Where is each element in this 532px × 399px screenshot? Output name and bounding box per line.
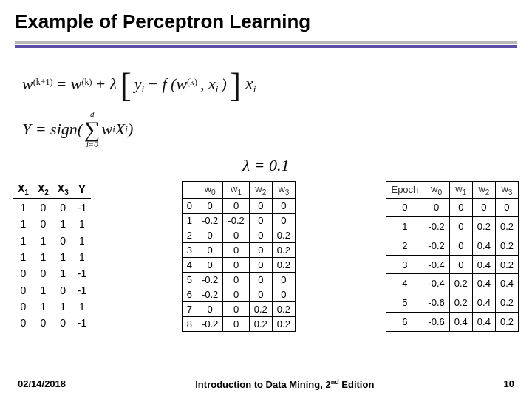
cell: 0 [13,282,33,299]
table-row: 5-0.60.20.40.2 [386,293,519,313]
cell: 0 [249,242,272,257]
cell: 0 [197,198,222,213]
cell: 0 [13,315,33,331]
formula1-yi-sub: i [141,83,144,95]
table-row: 6-0.2000 [182,287,295,301]
cell: 2 [386,236,423,256]
cell: 0 [13,299,33,315]
cell: 0 [197,301,222,316]
cell: 0 [223,257,249,272]
cell: 0 [449,236,472,256]
cell: 0 [449,198,472,217]
cell: 1 [73,299,91,315]
table-row: 0111 [13,299,91,315]
cell: 0.2 [272,228,295,242]
sigma-block: d ∑ i=0 [84,110,100,149]
table-row: 00000 [386,198,519,217]
cell: 1 [73,249,91,265]
cell: 6 [182,287,197,301]
cell: 0.2 [472,217,495,236]
col-header: w3 [495,182,518,199]
formula1-mid: − f (w [147,75,187,93]
sigma-bottom: i=0 [86,140,98,149]
cell: 1 [386,217,423,236]
formula1-tail-sub: i [253,83,256,95]
formula1-close: ) [221,75,226,93]
table-row: 00000 [182,198,295,213]
output-formula: Y = sign( d ∑ i=0 wi Xi ) [22,110,532,149]
cell: 0 [272,287,295,301]
cell: 0 [223,272,249,287]
divider-light [15,41,517,44]
cell: 1 [182,213,197,228]
cell: -0.4 [423,255,449,274]
col-header [182,182,197,199]
col-header: X2 [33,181,53,199]
formula1-sup1: (k+1) [33,77,53,87]
sigma-symbol: ∑ [84,118,100,140]
table-row: 20000.2 [182,228,295,242]
formula1-xi: , x [200,75,216,93]
cell: 0.2 [495,255,518,274]
cell: 0 [182,198,197,213]
cell: 8 [182,316,197,331]
cell: 2 [182,228,197,242]
tables-row: X1X2X3Y 100-1101111011111001-1010-101110… [0,181,532,332]
cell: 0 [223,242,249,257]
cell: 0.4 [495,274,518,293]
cell: 0 [53,315,73,331]
cell: 1 [73,216,91,232]
cell: -1 [73,199,91,216]
cell: 0 [53,282,73,299]
cell: 0 [249,213,272,228]
divider-dark [15,45,517,48]
slide-title: Example of Perceptron Learning [0,0,532,39]
formula1-w2: w [71,75,82,93]
cell: 1 [33,282,53,299]
cell: 0 [495,198,518,217]
formula1-eq: = [55,75,70,93]
table-row: 4-0.40.20.40.4 [386,274,519,293]
footer-center: Introduction to Data Mining, 2nd Edition [195,378,374,390]
formula1-mid-sup: (k) [187,77,197,87]
cell: 0 [223,228,249,242]
cell: 0.4 [472,255,495,274]
cell: 0.4 [472,293,495,313]
cell: 0 [223,316,249,331]
table-row: 8-0.200.20.2 [182,316,295,331]
cell: 0 [386,198,423,217]
cell: 1 [53,216,73,232]
cell: 7 [182,301,197,316]
cell: 0 [197,257,222,272]
lambda-value: λ = 0.1 [0,156,532,175]
cell: -1 [73,315,91,331]
cell: 0.2 [272,301,295,316]
iteration-table: w0w1w2w3 000001-0.2-0.20020000.230000.24… [182,181,296,332]
formula1-sup2: (k) [82,77,92,87]
cell: 0 [223,287,249,301]
cell: 6 [386,312,423,331]
cell: 0 [53,199,73,216]
cell: 0 [449,217,472,236]
cell: 0.2 [272,257,295,272]
cell: -0.2 [423,217,449,236]
table-row: 1-0.2-0.200 [182,213,295,228]
cell: 0 [223,301,249,316]
table-row: 1011 [13,216,91,232]
table-row: 7000.20.2 [182,301,295,316]
cell: 0 [223,198,249,213]
cell: 0 [272,272,295,287]
weight-update-formula: w(k+1) = w(k) + λ [ yi − f (w(k) , xi ) … [22,61,256,95]
cell: 1 [13,233,33,249]
table-row: 1111 [13,249,91,265]
cell: 0.2 [495,293,518,313]
cell: -0.2 [423,236,449,256]
cell: 0 [249,198,272,213]
cell: 0.4 [472,236,495,256]
cell: -0.2 [197,316,222,331]
cell: 0.2 [249,316,272,331]
col-header: X1 [13,181,33,199]
cell: 0.2 [449,274,472,293]
cell: 0 [272,198,295,213]
formula2-close: ) [128,120,133,139]
